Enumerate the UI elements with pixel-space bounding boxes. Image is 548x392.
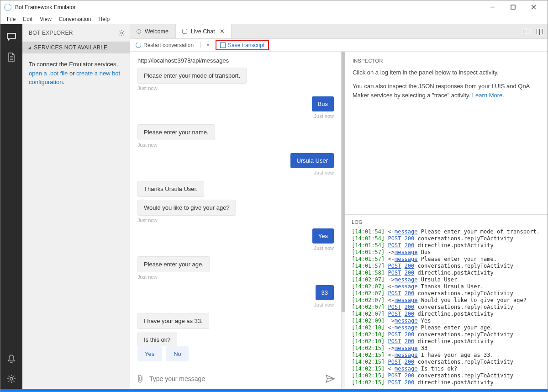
bot-message-row: Is this ok?Just now bbox=[137, 332, 334, 346]
explorer-gear-icon[interactable] bbox=[118, 30, 125, 37]
scrollbar-thumb[interactable] bbox=[342, 52, 345, 312]
window-controls bbox=[482, 1, 544, 14]
user-message-row: YesJust now bbox=[137, 228, 334, 251]
connect-text-prefix: To connect the Emulator services, bbox=[29, 61, 118, 68]
message-input-row bbox=[130, 368, 341, 389]
tab-bar: Welcome Live Chat ✕ bbox=[130, 24, 548, 39]
main-area: Welcome Live Chat ✕ Restart conversation bbox=[130, 24, 548, 389]
bot-bubble[interactable]: Please enter your mode of transport. bbox=[137, 68, 247, 84]
save-icon bbox=[220, 42, 226, 48]
chat-toolbar: Restart conversation ▾ Save transcript bbox=[130, 39, 548, 52]
message-timestamp: Just now bbox=[137, 217, 157, 223]
menu-view[interactable]: View bbox=[36, 15, 55, 23]
bot-message-row: Thanks Ursula User. bbox=[137, 181, 334, 197]
maximize-button[interactable] bbox=[503, 1, 523, 14]
message-timestamp: Just now bbox=[314, 302, 334, 307]
bot-message-row: I have your age as 33. bbox=[137, 313, 334, 329]
suggested-actions: Yes No bbox=[130, 346, 341, 368]
status-bar bbox=[0, 389, 548, 392]
chat-icon[interactable] bbox=[0, 27, 22, 47]
user-bubble[interactable]: Ursula User bbox=[290, 153, 334, 168]
message-timestamp: Just now bbox=[314, 245, 334, 251]
svg-point-8 bbox=[121, 32, 123, 34]
user-bubble[interactable]: Yes bbox=[312, 228, 334, 244]
menubar: File Edit View Conversation Help bbox=[0, 14, 548, 24]
svg-rect-1 bbox=[511, 5, 515, 9]
bot-message-row: Please enter your name.Just now bbox=[137, 124, 334, 148]
connect-or: or bbox=[68, 70, 76, 77]
learn-more-link[interactable]: Learn More. bbox=[472, 92, 504, 99]
bot-bubble[interactable]: I have your age as 33. bbox=[137, 313, 209, 329]
bot-bubble[interactable]: Is this ok? bbox=[137, 332, 177, 346]
inspector-header: INSPECTOR bbox=[353, 58, 540, 64]
user-message-row: Ursula UserJust now bbox=[137, 153, 334, 175]
tab-welcome-label: Welcome bbox=[145, 28, 169, 35]
bot-bubble[interactable]: Please enter your age. bbox=[137, 256, 210, 272]
document-icon[interactable] bbox=[0, 47, 22, 67]
gear-icon[interactable] bbox=[0, 369, 22, 389]
chevron-down-icon[interactable]: ▾ bbox=[207, 42, 209, 48]
save-label: Save transcript bbox=[228, 42, 264, 48]
connect-suffix: . bbox=[63, 79, 64, 85]
presentation-icon[interactable] bbox=[523, 29, 530, 34]
send-icon[interactable] bbox=[326, 375, 335, 383]
endpoint-url: http://localhost:3978/api/messages bbox=[130, 52, 341, 68]
message-timestamp: Just now bbox=[137, 85, 157, 91]
collapse-icon: ◢ bbox=[28, 45, 31, 50]
content-split: http://localhost:3978/api/messages Pleas… bbox=[130, 52, 548, 389]
section-label: SERVICES NOT AVAILABLE bbox=[34, 44, 107, 51]
user-bubble[interactable]: 33 bbox=[316, 285, 334, 300]
user-bubble[interactable]: Bus bbox=[312, 96, 334, 111]
bot-message-row: Please enter your age.Just now bbox=[137, 256, 334, 280]
attachment-icon[interactable] bbox=[137, 374, 144, 383]
chat-column: http://localhost:3978/api/messages Pleas… bbox=[130, 52, 342, 389]
close-button[interactable] bbox=[523, 1, 544, 14]
tab-live-chat[interactable]: Live Chat ✕ bbox=[175, 24, 232, 38]
inspector-column: INSPECTOR Click on a log item in the pan… bbox=[345, 52, 548, 389]
user-message-row: 33Just now bbox=[137, 285, 334, 307]
suggest-no-button[interactable]: No bbox=[166, 346, 189, 361]
minimize-button[interactable] bbox=[482, 1, 503, 14]
log-panel: LOG [14:01:54] <-message Please enter yo… bbox=[345, 214, 548, 389]
restart-label: Restart conversation bbox=[143, 42, 194, 48]
log-lines[interactable]: [14:01:54] <-message Please enter your m… bbox=[352, 228, 541, 386]
menu-conversation[interactable]: Conversation bbox=[55, 15, 95, 23]
restart-icon bbox=[135, 41, 142, 48]
explorer-title: BOT EXPLORER bbox=[29, 30, 73, 36]
app-icon bbox=[4, 4, 11, 11]
toolbar-separator bbox=[200, 42, 200, 48]
livechat-tab-icon bbox=[182, 29, 187, 34]
user-message-row: BusJust now bbox=[137, 96, 334, 119]
close-icon[interactable]: ✕ bbox=[220, 28, 225, 35]
restart-conversation-button[interactable]: Restart conversation bbox=[136, 42, 194, 48]
svg-point-7 bbox=[10, 377, 13, 380]
titlebar: Bot Framework Emulator bbox=[0, 0, 548, 14]
message-timestamp: Just now bbox=[137, 142, 157, 148]
inspector-text-2: You can also inspect the JSON responses … bbox=[353, 82, 540, 100]
open-bot-file-link[interactable]: open a .bot file bbox=[29, 70, 68, 77]
message-list[interactable]: Please enter your mode of transport.Just… bbox=[130, 68, 341, 346]
menu-file[interactable]: File bbox=[3, 15, 19, 23]
bot-message-row: Please enter your mode of transport.Just… bbox=[137, 68, 334, 91]
menu-edit[interactable]: Edit bbox=[19, 15, 36, 23]
bot-bubble[interactable]: Would you like to give your age? bbox=[137, 200, 236, 216]
menu-help[interactable]: Help bbox=[95, 15, 114, 23]
app-body: BOT EXPLORER ◢ SERVICES NOT AVAILABLE To… bbox=[0, 24, 548, 389]
message-input[interactable] bbox=[149, 375, 320, 382]
app-window: Bot Framework Emulator File Edit View Co… bbox=[0, 0, 548, 392]
bot-bubble[interactable]: Please enter your name. bbox=[137, 124, 215, 140]
bot-bubble[interactable]: Thanks Ursula User. bbox=[137, 181, 204, 197]
bell-icon[interactable] bbox=[0, 349, 22, 369]
bot-explorer: BOT EXPLORER ◢ SERVICES NOT AVAILABLE To… bbox=[22, 24, 130, 389]
inspector-panel: INSPECTOR Click on a log item in the pan… bbox=[345, 52, 548, 111]
explorer-body: To connect the Emulator services, open a… bbox=[22, 53, 130, 93]
tab-welcome[interactable]: Welcome bbox=[130, 24, 175, 38]
save-transcript-button[interactable]: Save transcript bbox=[216, 40, 269, 50]
message-timestamp: Just now bbox=[314, 170, 334, 175]
activity-rail bbox=[0, 24, 22, 389]
inspector-text-1: Click on a log item in the panel below t… bbox=[353, 68, 540, 77]
explorer-section[interactable]: ◢ SERVICES NOT AVAILABLE bbox=[22, 42, 130, 53]
split-icon[interactable] bbox=[537, 29, 543, 34]
suggest-yes-button[interactable]: Yes bbox=[137, 346, 162, 361]
chat-scrollbar[interactable] bbox=[342, 52, 345, 389]
